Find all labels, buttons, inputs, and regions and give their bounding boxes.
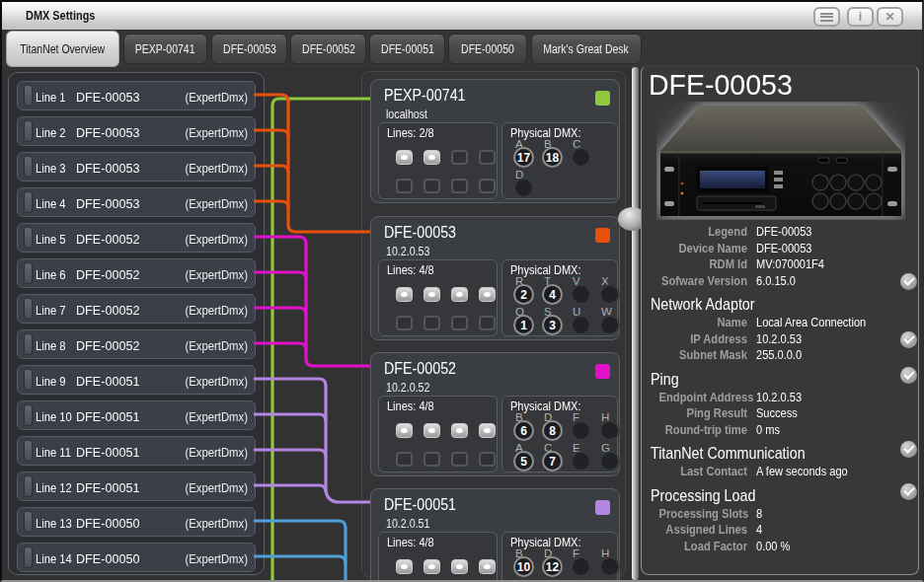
line-row-1[interactable]: Line 1DFE-00053(ExpertDmx) [17, 81, 256, 110]
line-device: DFE-00051 [76, 409, 139, 424]
line-checkbox[interactable] [479, 179, 496, 193]
tab-label: DFE-00052 [302, 42, 355, 56]
status-ok-icon [900, 483, 917, 500]
line-device: DFE-00051 [76, 445, 139, 460]
dmx-port [599, 284, 620, 305]
dmx-port [599, 451, 620, 472]
line-checkbox[interactable] [424, 179, 440, 193]
line-row-7[interactable]: Line 7DFE-00052(ExpertDmx) [17, 294, 256, 324]
line-label: Line 2 [36, 125, 65, 140]
node-card-dfe-00052[interactable]: DFE-0005210.2.0.52Lines: 4/8Physical DMX… [370, 352, 620, 476]
lines-count-label: Lines: 2/8 [387, 126, 434, 140]
device-details-panel: DFE-00053 [641, 65, 919, 575]
line-row-6[interactable]: Line 6DFE-00052(ExpertDmx) [17, 258, 256, 288]
grip-icon [24, 546, 33, 568]
line-checkbox[interactable] [424, 316, 440, 330]
device-image [656, 102, 905, 220]
detail-value: 0 ms [756, 422, 780, 438]
tab-label: TitanNet Overview [21, 42, 106, 56]
line-row-9[interactable]: Line 9DFE-00051(ExpertDmx) [17, 365, 256, 395]
line-row-5[interactable]: Line 5DFE-00052(ExpertDmx) [17, 223, 256, 253]
dmx-port [571, 420, 591, 441]
line-checkbox[interactable] [396, 150, 413, 165]
tab-titannet-overview[interactable]: TitanNet Overview [6, 31, 119, 67]
line-checkbox[interactable] [451, 316, 468, 330]
line-checkbox[interactable] [396, 423, 413, 438]
detail-value: 8 [756, 506, 762, 522]
line-row-12[interactable]: Line 12DFE-00051(ExpertDmx) [17, 472, 256, 501]
line-checkbox[interactable] [396, 559, 413, 574]
lines-box: Lines: 2/8 [378, 122, 498, 199]
line-row-11[interactable]: Line 11DFE-00051(ExpertDmx) [17, 436, 256, 466]
line-row-3[interactable]: Line 3DFE-00053(ExpertDmx) [17, 152, 256, 182]
node-card-pexp-00741[interactable]: PEXP-00741localhostLines: 2/8Physical DM… [370, 79, 620, 203]
wire [254, 556, 346, 563]
port-letter: C [544, 578, 552, 582]
line-checkbox[interactable] [479, 559, 496, 574]
line-row-13[interactable]: Line 13DFE-00050(ExpertDmx) [17, 507, 256, 537]
grip-icon [24, 440, 33, 462]
detail-value: DFE-00053 [756, 224, 812, 240]
line-checkbox[interactable] [424, 452, 440, 467]
detail-value: DFE-00053 [756, 241, 812, 256]
lines-box: Lines: 4/8 [378, 259, 498, 336]
node-color-swatch [595, 91, 610, 106]
line-checkbox[interactable] [479, 150, 496, 165]
section-heading-processing-load: Processing Load [645, 485, 917, 506]
detail-label: RDM Id [659, 256, 747, 272]
tab-dfe-00052[interactable]: DFE-00052 [290, 34, 366, 64]
line-checkbox[interactable] [424, 287, 440, 302]
node-card-dfe-00051[interactable]: DFE-0005110.2.0.51Lines: 4/8Physical DMX… [370, 488, 620, 582]
line-row-2[interactable]: Line 2DFE-00053(ExpertDmx) [17, 116, 256, 146]
line-checkbox[interactable] [479, 316, 496, 330]
info-button[interactable]: i [847, 7, 874, 27]
line-checkbox[interactable] [451, 559, 468, 574]
detail-row: Processing Slots8 [645, 506, 917, 523]
detail-label: Ping Result [659, 405, 747, 421]
line-checkbox[interactable] [451, 179, 468, 193]
line-checkbox[interactable] [479, 287, 496, 302]
line-row-10[interactable]: Line 10DFE-00051(ExpertDmx) [17, 400, 256, 430]
line-checkbox[interactable] [451, 452, 468, 467]
close-button[interactable]: ✕ [877, 7, 903, 27]
detail-label: Legend [659, 224, 747, 240]
status-ok-icon [900, 273, 917, 290]
wire [272, 99, 371, 580]
line-label: Line 9 [36, 374, 65, 389]
line-checkbox[interactable] [424, 423, 440, 438]
line-checkbox[interactable] [451, 287, 468, 302]
line-row-8[interactable]: Line 8DFE-00052(ExpertDmx) [17, 329, 256, 359]
wire [288, 101, 371, 232]
tab-mark-s-great-desk[interactable]: Mark's Great Desk [531, 34, 642, 64]
detail-value: 255.0.0.0 [756, 347, 802, 363]
node-card-dfe-00053[interactable]: DFE-0005310.2.0.53Lines: 4/8Physical DMX… [370, 216, 620, 340]
dmx-port: 12 [542, 556, 563, 577]
tab-dfe-00053[interactable]: DFE-00053 [211, 34, 287, 64]
line-label: Line 13 [36, 516, 72, 531]
status-ok-icon [900, 367, 917, 384]
line-checkbox[interactable] [424, 559, 440, 574]
line-label: Line 6 [36, 267, 65, 282]
line-checkbox[interactable] [479, 423, 496, 438]
line-checkbox[interactable] [424, 150, 440, 165]
splitter-bar[interactable] [632, 67, 639, 580]
detail-label: Endpoint Address [659, 390, 747, 405]
line-checkbox[interactable] [451, 150, 468, 165]
line-checkbox[interactable] [396, 287, 413, 302]
line-row-4[interactable]: Line 4DFE-00053(ExpertDmx) [17, 187, 256, 217]
tab-pexp-00741[interactable]: PEXP-00741 [123, 34, 207, 64]
grip-icon [24, 156, 33, 178]
line-device: DFE-00053 [76, 90, 139, 105]
dmx-lines-panel: Line 1DFE-00053(ExpertDmx)Line 2DFE-0005… [8, 72, 265, 575]
menu-button[interactable] [813, 7, 840, 27]
line-checkbox[interactable] [396, 452, 413, 467]
tab-dfe-00050[interactable]: DFE-00050 [448, 34, 527, 64]
line-checkbox[interactable] [451, 423, 468, 438]
line-checkbox[interactable] [396, 316, 413, 330]
line-checkbox[interactable] [396, 179, 413, 193]
tab-dfe-00051[interactable]: DFE-00051 [369, 34, 445, 64]
grip-icon [24, 475, 33, 497]
line-checkbox[interactable] [479, 452, 496, 467]
line-row-14[interactable]: Line 14DFE-00050(ExpertDmx) [17, 543, 256, 572]
grip-icon [24, 191, 33, 213]
